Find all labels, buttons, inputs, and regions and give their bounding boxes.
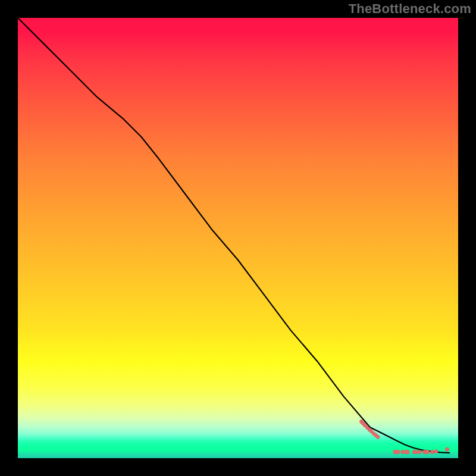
marker-dot (430, 450, 434, 454)
marker-dot (445, 447, 449, 451)
marker-dot (434, 450, 438, 453)
marker-bar (397, 450, 400, 453)
plot-svg (18, 18, 458, 458)
marker-bar (426, 450, 429, 453)
plot-area (18, 18, 458, 458)
chart-stage: TheBottleneck.com (0, 0, 476, 476)
markers-group (360, 419, 449, 453)
watermark-text: TheBottleneck.com (349, 1, 471, 17)
marker-dot (401, 450, 405, 454)
marker-bar (406, 450, 409, 453)
marker-dot (418, 450, 421, 454)
marker-bar (415, 450, 418, 453)
curve-line (18, 18, 449, 453)
marker-bar (377, 435, 380, 439)
